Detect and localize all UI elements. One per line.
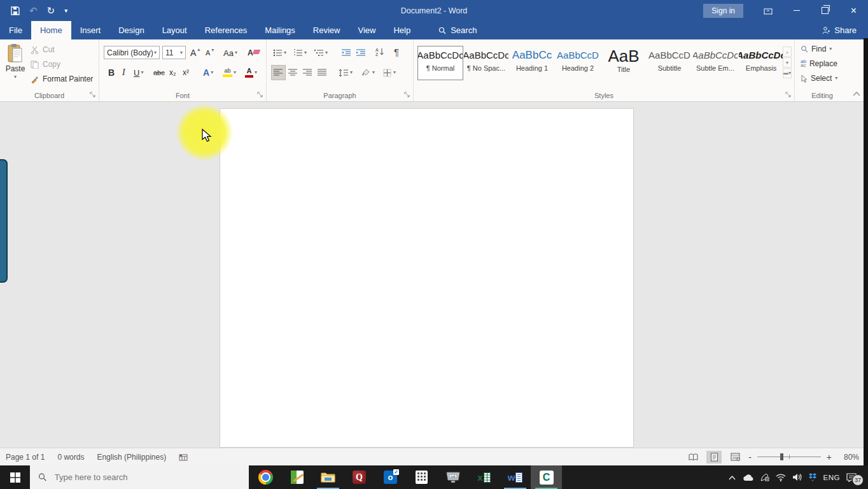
- zoom-out-button[interactable]: -: [748, 452, 752, 462]
- taskbar-media-viewer-icon[interactable]: [437, 465, 468, 489]
- superscript-button[interactable]: x²: [183, 66, 189, 80]
- action-center-icon[interactable]: 37: [846, 473, 857, 482]
- styles-dialog-launcher-icon[interactable]: [785, 92, 792, 98]
- replace-button[interactable]: abac Replace: [801, 59, 837, 68]
- document-page[interactable]: [220, 108, 634, 448]
- tab-references[interactable]: References: [196, 21, 256, 39]
- numbering-button[interactable]: ▾: [293, 46, 307, 60]
- wifi-icon[interactable]: [776, 474, 786, 481]
- zoom-slider-thumb[interactable]: [780, 453, 783, 460]
- font-dialog-launcher-icon[interactable]: [257, 92, 263, 98]
- minimize-button[interactable]: [782, 0, 811, 21]
- paste-button[interactable]: Paste ▾: [3, 44, 28, 92]
- align-right-button[interactable]: [303, 66, 312, 80]
- font-name-select[interactable]: Calibri (Body)▾: [104, 46, 160, 59]
- paste-dropdown-icon[interactable]: ▾: [14, 74, 17, 80]
- customize-qat-icon[interactable]: ▾: [64, 7, 67, 14]
- onedrive-cloud-icon[interactable]: [743, 474, 754, 481]
- select-button[interactable]: Select▾: [801, 74, 837, 83]
- taskbar-search-box[interactable]: [30, 465, 249, 489]
- style-subtitle[interactable]: AaBbCcD Subtitle: [647, 46, 692, 80]
- search-box-tab[interactable]: Search: [432, 21, 483, 39]
- tab-home[interactable]: Home: [31, 21, 71, 39]
- taskbar-calculator-icon[interactable]: [406, 465, 437, 489]
- tab-review[interactable]: Review: [304, 21, 349, 39]
- restore-button[interactable]: [811, 0, 839, 21]
- italic-button[interactable]: I: [122, 66, 125, 80]
- text-effects-button[interactable]: A▾: [203, 66, 213, 80]
- taskbar-search-input[interactable]: [53, 472, 241, 483]
- tab-insert[interactable]: Insert: [71, 21, 110, 39]
- pen-input-icon[interactable]: [760, 473, 769, 481]
- taskbar-outlook-icon[interactable]: o✓: [375, 465, 406, 489]
- word-count[interactable]: 0 words: [57, 453, 84, 462]
- save-icon[interactable]: [11, 6, 20, 15]
- styles-scroll-down-icon[interactable]: ▾: [783, 57, 792, 67]
- style-emphasis[interactable]: AaBbCcDc Emphasis: [739, 46, 783, 80]
- taskbar-word-icon[interactable]: w: [500, 465, 531, 489]
- subscript-button[interactable]: x₂: [169, 66, 176, 80]
- grow-font-button[interactable]: A▴: [190, 46, 200, 60]
- language-indicator[interactable]: ENG: [823, 474, 840, 481]
- collapse-ribbon-icon[interactable]: [853, 92, 860, 96]
- cut-button[interactable]: Cut: [31, 45, 55, 54]
- style-subtle-emphasis[interactable]: AaBbCcDc Subtle Em...: [693, 46, 738, 80]
- tab-layout[interactable]: Layout: [153, 21, 196, 39]
- read-mode-button[interactable]: [685, 451, 701, 464]
- strikethrough-button[interactable]: abc: [153, 66, 165, 80]
- sign-in-button[interactable]: Sign in: [703, 4, 743, 18]
- align-center-button[interactable]: [288, 66, 298, 80]
- style-title[interactable]: AaB Title: [601, 46, 646, 80]
- format-painter-button[interactable]: Format Painter: [31, 74, 93, 83]
- share-button[interactable]: Share: [821, 21, 868, 39]
- print-layout-button[interactable]: [706, 451, 722, 464]
- tab-file[interactable]: File: [0, 21, 31, 39]
- ribbon-display-options-button[interactable]: [753, 0, 782, 21]
- style-normal[interactable]: AaBbCcDc ¶ Normal: [418, 46, 463, 80]
- line-spacing-button[interactable]: ▾: [339, 66, 353, 80]
- zoom-slider[interactable]: [757, 457, 821, 457]
- borders-button[interactable]: ▾: [383, 66, 396, 80]
- bold-button[interactable]: B: [108, 66, 115, 80]
- pilcrow-button[interactable]: ¶: [394, 45, 399, 59]
- close-button[interactable]: ×: [839, 0, 868, 21]
- taskbar-q-app-icon[interactable]: Q: [344, 465, 375, 489]
- align-left-button[interactable]: [272, 66, 285, 80]
- style-no-spacing[interactable]: AaBbCcDc ¶ No Spac...: [464, 46, 508, 80]
- font-color-button[interactable]: A▾: [245, 66, 257, 80]
- volume-icon[interactable]: [792, 473, 802, 481]
- tab-design[interactable]: Design: [109, 21, 153, 39]
- macro-record-icon[interactable]: [179, 453, 188, 461]
- shading-button[interactable]: ▾: [361, 66, 375, 80]
- decrease-indent-button[interactable]: [341, 46, 351, 60]
- increase-indent-button[interactable]: [356, 46, 366, 60]
- styles-more-icon[interactable]: ▬▾: [783, 68, 792, 78]
- undo-icon[interactable]: ↶: [29, 5, 38, 17]
- clipboard-dialog-launcher-icon[interactable]: [90, 92, 96, 98]
- taskbar-camtasia-icon[interactable]: C: [531, 465, 562, 489]
- bullets-button[interactable]: ▾: [273, 46, 286, 60]
- dropbox-icon[interactable]: [808, 473, 817, 482]
- styles-scroll-up-icon[interactable]: ▴: [783, 46, 792, 57]
- taskbar-excel-icon[interactable]: x: [468, 465, 500, 489]
- language-indicator[interactable]: English (Philippines): [97, 453, 166, 462]
- font-size-select[interactable]: 11▾: [162, 46, 186, 59]
- change-case-button[interactable]: Aa▾: [223, 46, 237, 60]
- page-indicator[interactable]: Page 1 of 1: [6, 453, 45, 462]
- show-hidden-icons-chevron[interactable]: [728, 475, 736, 480]
- redo-icon[interactable]: ↻: [47, 5, 55, 17]
- taskbar-notes-app-icon[interactable]: [281, 465, 312, 489]
- taskbar-file-explorer-icon[interactable]: [312, 465, 344, 489]
- start-button[interactable]: [0, 465, 30, 489]
- shrink-font-button[interactable]: A▾: [206, 46, 214, 60]
- find-button[interactable]: Find▾: [801, 45, 832, 53]
- tab-view[interactable]: View: [349, 21, 384, 39]
- zoom-percentage[interactable]: 80%: [837, 453, 859, 462]
- underline-button[interactable]: U▾: [134, 66, 143, 80]
- taskbar-chrome-icon[interactable]: [250, 465, 281, 489]
- multilevel-list-button[interactable]: ▾: [314, 46, 328, 60]
- style-heading-2[interactable]: AaBbCcD Heading 2: [556, 46, 600, 80]
- clear-formatting-button[interactable]: A: [248, 46, 253, 60]
- tab-mailings[interactable]: Mailings: [256, 21, 304, 39]
- copy-button[interactable]: Copy: [31, 60, 60, 69]
